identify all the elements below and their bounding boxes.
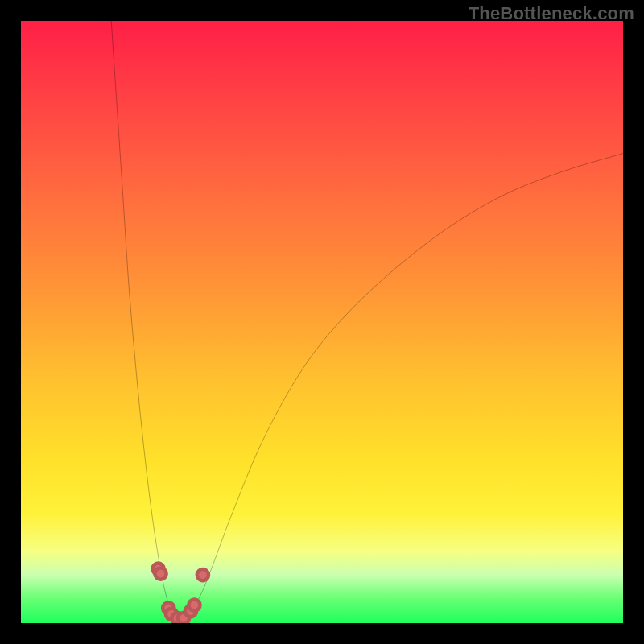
- trough-dot: [188, 599, 200, 610]
- plot-area: [21, 21, 623, 623]
- watermark-text: TheBottleneck.com: [469, 3, 634, 24]
- bottleneck-curve: [111, 21, 623, 621]
- trough-markers: [152, 564, 208, 623]
- curve-layer: [21, 21, 623, 623]
- trough-dot: [197, 569, 208, 580]
- trough-dot: [155, 568, 166, 580]
- chart-frame: TheBottleneck.com: [0, 0, 644, 644]
